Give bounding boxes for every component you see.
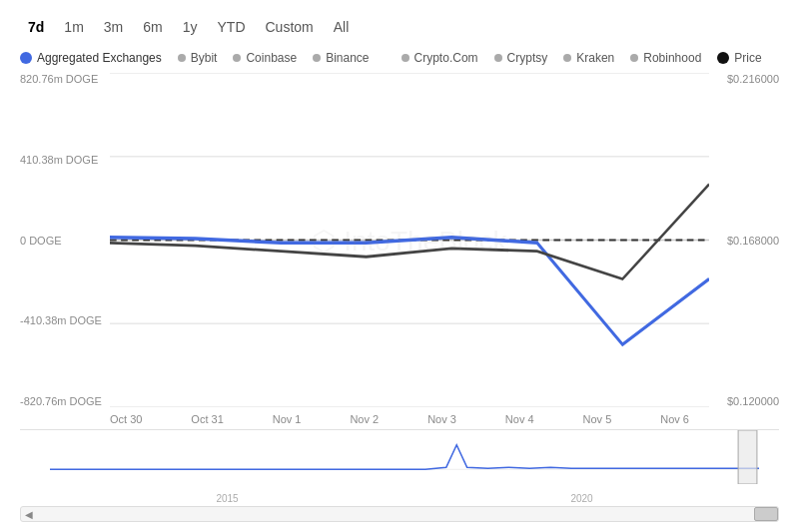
time-btn-all[interactable]: All [326,15,358,39]
legend-dot-robinhood [630,54,638,62]
chart-legend: Aggregated ExchangesBybitCoinbaseBinance… [20,51,779,65]
legend-item-cryptocom[interactable]: Crypto.Com [401,51,478,65]
chart-svg-area: ⬡ IntoTheBlock [110,73,709,407]
y-axis-left-label: -410.38m DOGE [20,314,110,326]
time-btn-6m[interactable]: 6m [135,15,170,39]
legend-dot-cryptsy [494,54,502,62]
scrollbar[interactable]: ◀ [20,506,779,522]
legend-dot-coinbase [233,54,241,62]
legend-dot-price [717,52,729,64]
legend-dot-kraken [563,54,571,62]
x-axis-label: Nov 1 [273,413,302,425]
scrollbar-thumb[interactable] [754,507,778,521]
legend-item-aggregated-exchanges[interactable]: Aggregated Exchanges [20,51,162,65]
y-axis-left-label: -820.76m DOGE [20,395,110,407]
time-btn-1y[interactable]: 1y [175,15,206,39]
scroll-left-button[interactable]: ◀ [21,509,37,520]
legend-item-cryptsy[interactable]: Cryptsy [494,51,548,65]
chart-area: 820.76m DOGE410.38m DOGE0 DOGE-410.38m D… [20,73,779,522]
svg-rect-7 [738,430,757,484]
y-axis-left-label: 410.38m DOGE [20,154,110,166]
legend-item-kraken[interactable]: Kraken [563,51,614,65]
legend-item-robinhood[interactable]: Robinhood [630,51,701,65]
main-chart: 820.76m DOGE410.38m DOGE0 DOGE-410.38m D… [20,73,779,407]
x-axis-label: Nov 3 [427,413,456,425]
watermark: ⬡ IntoTheBlock [312,224,506,257]
legend-dot-binance [313,54,321,62]
mini-x-labels: 20152020 [50,493,759,504]
legend-item-binance[interactable]: Binance [313,51,369,65]
x-axis-label: Oct 31 [191,413,223,425]
legend-dot-bybit [178,54,186,62]
mini-x-label: 2020 [570,493,592,504]
y-axis-right: $0.216000$0.168000$0.120000 [709,73,779,407]
mini-x-label: 2015 [216,493,238,504]
legend-dot-aggregated-exchanges [20,52,32,64]
y-axis-right-label: $0.120000 [709,395,779,407]
time-btn-ytd[interactable]: YTD [210,15,254,39]
legend-item-bybit[interactable]: Bybit [178,51,218,65]
time-range-bar: 7d1m3m6m1yYTDCustomAll [20,15,779,39]
x-axis-label: Nov 2 [350,413,379,425]
time-btn-7d[interactable]: 7d [20,15,52,39]
mini-chart: 20152020 [20,429,779,504]
main-container: 7d1m3m6m1yYTDCustomAll Aggregated Exchan… [0,0,799,532]
time-btn-3m[interactable]: 3m [96,15,131,39]
time-btn-1m[interactable]: 1m [56,15,91,39]
x-axis-label: Nov 6 [660,413,689,425]
time-btn-custom[interactable]: Custom [258,15,322,39]
x-axis-label: Nov 4 [505,413,534,425]
mini-chart-wrapper [50,430,759,484]
x-axis-label: Oct 30 [110,413,142,425]
legend-dot-cryptocom [401,54,409,62]
legend-item-coinbase[interactable]: Coinbase [233,51,297,65]
x-axis-label: Nov 5 [583,413,612,425]
y-axis-left-label: 820.76m DOGE [20,73,110,85]
y-axis-right-label: $0.168000 [709,235,779,247]
y-axis-left-label: 0 DOGE [20,235,110,247]
x-axis-labels: Oct 30Oct 31Nov 1Nov 2Nov 3Nov 4Nov 5Nov… [20,409,779,425]
y-axis-right-label: $0.216000 [709,73,779,85]
y-axis-left: 820.76m DOGE410.38m DOGE0 DOGE-410.38m D… [20,73,110,407]
legend-item-price[interactable]: Price [717,51,761,65]
